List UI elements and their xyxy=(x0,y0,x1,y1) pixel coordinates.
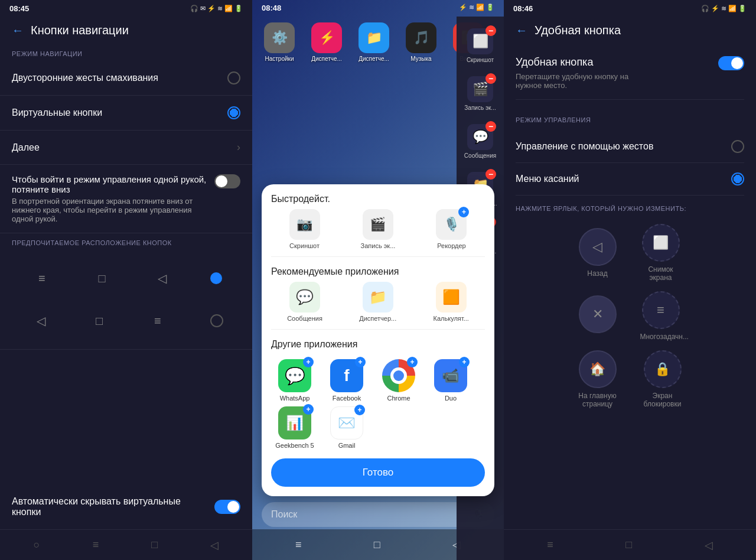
wp-app-dispatcher1[interactable]: ⚡ Диспетче... xyxy=(305,22,348,62)
rec-calc-icon: 🟧 xyxy=(436,282,467,312)
panel3-convenient-button: 08:46 🎧 ⚡ ≋ 📶 🔋 ← Удобная кнопка Удобная… xyxy=(504,0,756,560)
panel1-navigation-buttons: 08:45 🎧 ✉ ⚡ ≋ 📶 🔋 ← Кнопки навигации РЕЖ… xyxy=(0,0,252,560)
touch-mode-row[interactable]: Меню касаний xyxy=(516,163,744,196)
recommended-calc[interactable]: 🟧 Калькулят... xyxy=(434,282,469,322)
back-arrow-icon[interactable]: ← xyxy=(12,24,24,37)
p2-home-icon[interactable]: □ xyxy=(374,539,380,551)
lock-shortcut-circle[interactable]: 🔒 xyxy=(644,350,682,388)
remove-badge: − xyxy=(485,25,496,36)
duo-label: Duo xyxy=(445,395,457,402)
shortcut-screenshot[interactable]: ⬜ Снимок экрана xyxy=(640,224,682,282)
p2-menu-icon[interactable]: ≡ xyxy=(295,539,302,551)
wp-app-dispatcher2[interactable]: 📁 Диспетче... xyxy=(353,22,395,62)
app-whatsapp[interactable]: 💬 + WhatsApp xyxy=(271,359,318,402)
nav-btn-home2[interactable]: □ xyxy=(87,309,111,333)
picker-done-button[interactable]: Готово xyxy=(271,458,485,487)
home-shortcut-label: На главную страницу xyxy=(577,392,618,408)
panel3-status-bar: 08:46 🎧 ⚡ ≋ 📶 🔋 xyxy=(504,0,756,17)
button-layout-section: ≡ □ ◁ ◁ □ ≡ xyxy=(0,250,252,350)
app-duo[interactable]: 📹 + Duo xyxy=(427,359,474,402)
quick-record[interactable]: 🎬 Запись эк... xyxy=(361,209,396,249)
recommended-files[interactable]: 📁 Диспетчер... xyxy=(359,282,396,322)
shortcut-back[interactable]: ◁ Назад xyxy=(579,228,617,278)
menu-icon[interactable]: ≡ xyxy=(93,539,99,551)
convenient-button-setting: Удобная кнопка Перетащите удобную кнопку… xyxy=(516,56,744,100)
panel3-bottom-nav: ≡ □ ◁ xyxy=(504,529,756,560)
rec-files-label: Диспетчер... xyxy=(359,315,396,322)
shortcut-lock[interactable]: 🔒 Экран блокировки xyxy=(642,350,683,408)
side-screenshot-label: Скриншот xyxy=(467,57,494,63)
virtual-buttons-radio[interactable] xyxy=(227,106,240,119)
shortcut-row-2: ✕ ≡ Многозадачн... xyxy=(579,291,682,341)
one-hand-toggle[interactable] xyxy=(214,174,240,188)
home-shortcut-circle[interactable]: 🏠 xyxy=(579,350,617,388)
touch-mode-radio[interactable] xyxy=(731,172,744,185)
shortcut-row-3: 🏠 На главную страницу 🔒 Экран блокировки xyxy=(577,350,683,408)
wp-app-music[interactable]: 🎵 Музыка xyxy=(400,22,442,62)
panel2-app-picker: 08:48 ⚡ ≋ 📶 🔋 ⚙️ Настройки ⚡ Диспетче...… xyxy=(252,0,504,560)
one-hand-row: Чтобы войти в режим управления одной рук… xyxy=(0,165,252,233)
layout-radio-2[interactable] xyxy=(210,314,223,327)
p3-home-icon[interactable]: □ xyxy=(625,539,632,551)
home-square-icon[interactable]: □ xyxy=(151,539,158,551)
multitask-shortcut-circle[interactable]: ≡ xyxy=(642,291,680,329)
back-triangle-icon[interactable]: ◁ xyxy=(210,539,219,552)
gesture-mode-radio[interactable] xyxy=(731,140,744,153)
app-facebook[interactable]: f + Facebook xyxy=(323,359,370,402)
search-input[interactable] xyxy=(271,509,472,520)
quick-record-icon: 🎬 xyxy=(363,209,393,240)
geekbench-add-badge: + xyxy=(303,404,314,415)
convenient-button-title: Удобная кнопка xyxy=(516,56,634,69)
btn-row-2: ◁ □ ≡ xyxy=(12,302,240,340)
nav-btn-home[interactable]: □ xyxy=(90,266,114,290)
auto-hide-toggle[interactable] xyxy=(214,500,240,514)
convenient-button-desc: Перетащите удобную кнопку на нужное мест… xyxy=(516,72,634,90)
swipe-setting-row[interactable]: Двусторонние жесты смахивания xyxy=(0,61,252,96)
nav-btn-back2[interactable]: ◁ xyxy=(29,309,53,333)
circle-icon[interactable]: ○ xyxy=(34,539,40,551)
next-row[interactable]: Далее › xyxy=(0,131,252,165)
convenient-button-toggle[interactable] xyxy=(718,56,744,70)
app-chrome[interactable]: + Chrome xyxy=(375,359,422,402)
panel3-title: Удобная кнопка xyxy=(535,24,621,37)
wp-app-settings[interactable]: ⚙️ Настройки xyxy=(258,22,301,62)
quick-recorder[interactable]: 🎙️ + Рекордер xyxy=(436,209,467,249)
screenshot-shortcut-circle[interactable]: ⬜ xyxy=(642,224,680,262)
close-shortcut-circle[interactable]: ✕ xyxy=(579,295,617,333)
shortcut-close[interactable]: ✕ xyxy=(579,295,617,337)
virtual-buttons-label: Виртуальные кнопки xyxy=(12,108,102,118)
back-shortcut-circle[interactable]: ◁ xyxy=(579,228,617,266)
panel1-bottom-nav: ○ ≡ □ ◁ xyxy=(0,529,252,560)
multitask-shortcut-label: Многозадачн... xyxy=(640,333,682,341)
virtual-buttons-row[interactable]: Виртуальные кнопки xyxy=(0,96,252,131)
p3-back-icon[interactable]: ◁ xyxy=(705,539,713,552)
panel2-status-icons: ⚡ ≋ 📶 🔋 xyxy=(459,4,494,13)
panel1-time: 08:45 xyxy=(9,4,29,13)
side-menu-messages[interactable]: 💬 − Сообщения xyxy=(460,119,500,164)
auto-hide-row: Автоматически скрывать виртуальные кнопк… xyxy=(0,484,252,529)
whatsapp-icon: 💬 + xyxy=(278,359,311,392)
gesture-mode-row[interactable]: Управление с помощью жестов xyxy=(516,131,744,163)
panel3-status-icons: 🎧 ⚡ ≋ 📶 🔋 xyxy=(701,5,747,12)
app-geekbench[interactable]: 📊 + Geekbench 5 xyxy=(271,406,318,449)
nav-btn-back[interactable]: ◁ xyxy=(150,266,174,290)
p3-back-arrow-icon[interactable]: ← xyxy=(516,24,527,37)
quick-record-label: Запись эк... xyxy=(361,242,396,249)
nav-btn-menu2[interactable]: ≡ xyxy=(146,309,170,333)
p3-menu-icon[interactable]: ≡ xyxy=(547,539,553,551)
side-menu-record[interactable]: 🎬 − Запись эк... xyxy=(460,71,500,116)
nav-btn-menu[interactable]: ≡ xyxy=(30,266,54,290)
recommended-messages[interactable]: 💬 Сообщения xyxy=(287,282,322,322)
side-menu-screenshot[interactable]: ⬜ − Скриншот xyxy=(460,24,500,68)
panel1-title: Кнопки навигации xyxy=(31,24,129,37)
shortcut-multitask[interactable]: ≡ Многозадачн... xyxy=(640,291,682,341)
shortcut-home[interactable]: 🏠 На главную страницу xyxy=(577,350,618,408)
side-messages-label: Сообщения xyxy=(464,152,496,159)
gesture-mode-label: Управление с помощью жестов xyxy=(516,141,653,152)
swipe-radio[interactable] xyxy=(227,71,240,84)
remove-badge-3: − xyxy=(485,121,496,132)
side-record-label: Запись эк... xyxy=(464,105,496,111)
app-gmail[interactable]: ✉️ + Gmail xyxy=(323,406,370,449)
quick-screenshot[interactable]: 📷 Скриншот xyxy=(289,209,320,249)
layout-radio-1[interactable] xyxy=(210,272,222,284)
